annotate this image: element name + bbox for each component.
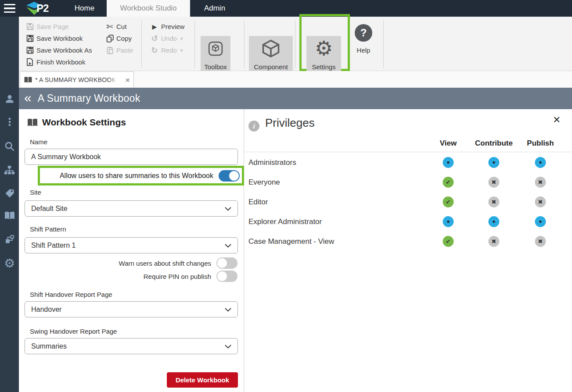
privilege-row: Everyone ✔ ✖ ✖ [245,172,572,192]
privilege-state-icon[interactable] [443,157,454,168]
save-page-button[interactable]: Save Page [25,21,68,32]
toolbox-button[interactable]: Toolbox [201,36,230,74]
paste-button[interactable]: Paste [105,44,133,56]
save-workbook-as-button[interactable]: Save Workbook As [25,44,92,56]
privilege-state-icon[interactable] [535,157,546,168]
ribbon-divider [194,20,195,68]
tag-icon[interactable] [0,186,19,200]
hierarchy-icon[interactable] [0,163,19,177]
share-summaries-toggle[interactable] [219,170,240,182]
left-sidebar: ⚙ [0,17,19,392]
name-label: Name [30,138,47,146]
preview-button[interactable]: ▶ Preview [150,21,184,32]
finish-workbook-label: Finish Workbook [36,58,85,66]
privilege-row: Editor ✔ ✖ ✖ [245,192,572,212]
top-bar: P2 Home Workbook Studio Admin [0,0,572,17]
swing-handover-label: Swing Handover Report Page [30,328,117,335]
save-workbook-button[interactable]: Save Workbook [25,32,83,44]
copy-icon [105,34,115,43]
shift-pattern-label: Shift Pattern [30,225,66,233]
column-header-publish: Publish [527,139,554,148]
privilege-row: Explorer Administrator [245,212,572,232]
cut-button[interactable]: ✄ Cut [105,21,126,32]
redo-dropdown-arrow-icon[interactable]: ▾ [180,47,183,53]
toolbox-label: Toolbox [204,63,227,71]
privilege-state-icon[interactable]: ✖ [489,196,500,207]
warn-shift-changes-toggle[interactable] [216,257,237,269]
privilege-state-icon[interactable]: ✔ [443,177,454,188]
undo-button[interactable]: ↺ Undo ▾ [150,32,183,44]
finish-workbook-icon [25,58,35,66]
privilege-state-icon[interactable]: ✔ [443,196,454,207]
nav-tab-home[interactable]: Home [64,0,105,17]
help-button[interactable]: ? [355,24,372,42]
save-workbook-icon [25,34,35,43]
settings-button[interactable]: ⚙ Settings [306,36,341,74]
workbook-tab-row: * A SUMMARY WORKBOOK × [19,71,572,88]
undo-dropdown-arrow-icon[interactable]: ▾ [180,36,183,42]
preview-icon: ▶ [150,24,159,30]
component-cube-icon [261,36,281,61]
header-divider [245,152,572,152]
finish-workbook-button[interactable]: Finish Workbook [25,56,85,68]
ribbon-divider [383,20,384,68]
shift-pattern-select[interactable]: Shift Pattern 1 [25,237,238,253]
role-name: Editor [248,192,268,212]
privilege-state-icon[interactable] [489,157,500,168]
privilege-state-icon[interactable] [535,216,546,227]
ribbon-divider [295,20,295,68]
components-icon[interactable] [0,232,19,246]
copy-button[interactable]: Copy [105,32,132,44]
delete-workbook-button[interactable]: Delete Workbook [167,372,238,388]
more-vertical-icon[interactable] [0,115,19,129]
cut-label: Cut [116,23,126,30]
privilege-state-icon[interactable]: ✔ [443,236,454,247]
site-label: Site [30,189,41,196]
site-select[interactable]: Default Site [25,200,238,217]
column-header-contribute: Contribute [475,139,513,148]
workbooks-book-icon[interactable] [0,209,19,223]
privilege-state-icon[interactable]: ✖ [489,177,500,188]
privilege-state-icon[interactable]: ✖ [535,196,546,207]
collapse-chevrons-icon[interactable]: « [24,91,32,104]
require-pin-toggle[interactable] [216,271,237,282]
component-button[interactable]: Component [249,36,293,74]
privilege-state-icon[interactable]: ✖ [489,236,500,247]
nav-tab-workbook-studio[interactable]: Workbook Studio [107,0,190,17]
privilege-state-icon[interactable]: ✖ [535,236,546,247]
open-book-icon [24,76,32,84]
ribbon-divider [244,20,245,68]
privilege-state-icon[interactable]: ✖ [535,177,546,188]
privilege-state-icon[interactable] [443,216,454,227]
hamburger-menu-icon[interactable] [4,4,15,13]
name-input[interactable]: A Summary Workbook [25,149,238,165]
tab-label-fade [108,73,120,87]
swing-handover-select[interactable]: Summaries [25,338,238,354]
settings-gear-icon[interactable]: ⚙ [0,257,19,271]
toolbox-icon [208,36,223,61]
component-label: Component [254,63,288,71]
chevron-down-icon [225,242,231,249]
workbook-tab[interactable]: * A SUMMARY WORKBOOK × [20,71,134,88]
user-icon[interactable] [0,92,19,106]
close-icon[interactable]: × [125,76,130,84]
app-window: P2 Home Workbook Studio Admin ⚙ [0,0,572,392]
privilege-state-icon[interactable] [489,216,500,227]
search-icon[interactable] [0,139,19,153]
save-page-icon [25,22,35,31]
workbook-tab-label: * A SUMMARY WORKBOOK [35,76,116,83]
ribbon-toolbar: Save Page Save Workbook Save Workbook As… [19,17,572,71]
chevron-down-icon [225,342,231,350]
warn-shift-changes-label: Warn users about shift changes [119,260,211,267]
save-workbook-as-icon [25,46,35,54]
close-icon[interactable]: × [553,114,560,126]
shift-handover-select[interactable]: Handover [25,301,238,317]
nav-tab-admin[interactable]: Admin [190,0,239,17]
shift-pattern-select-value: Shift Pattern 1 [31,242,76,249]
swing-handover-select-value: Summaries [31,342,67,350]
workbook-settings-panel: Workbook Settings Name A Summary Workboo… [19,109,244,392]
info-icon: i [248,121,259,132]
save-workbook-label: Save Workbook [36,35,83,42]
redo-button[interactable]: ↻ Redo ▾ [150,44,183,56]
privilege-row: Administrators [245,153,572,172]
